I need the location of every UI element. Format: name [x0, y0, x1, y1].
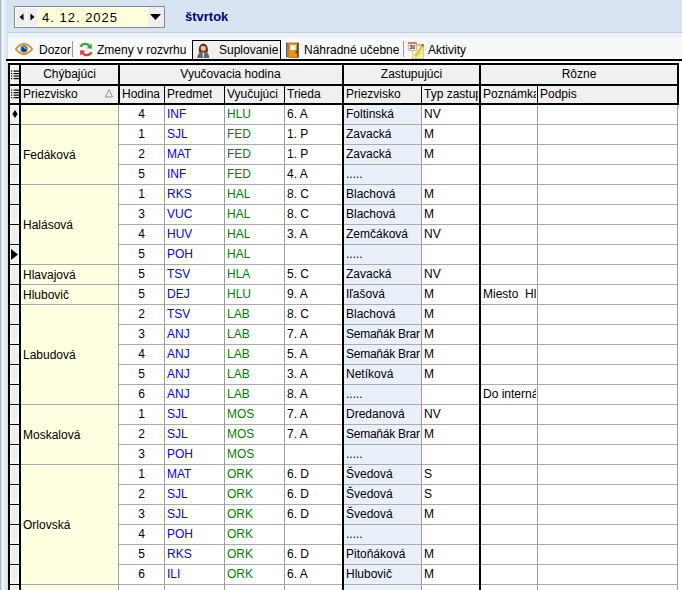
- svg-text:30: 30: [409, 44, 415, 50]
